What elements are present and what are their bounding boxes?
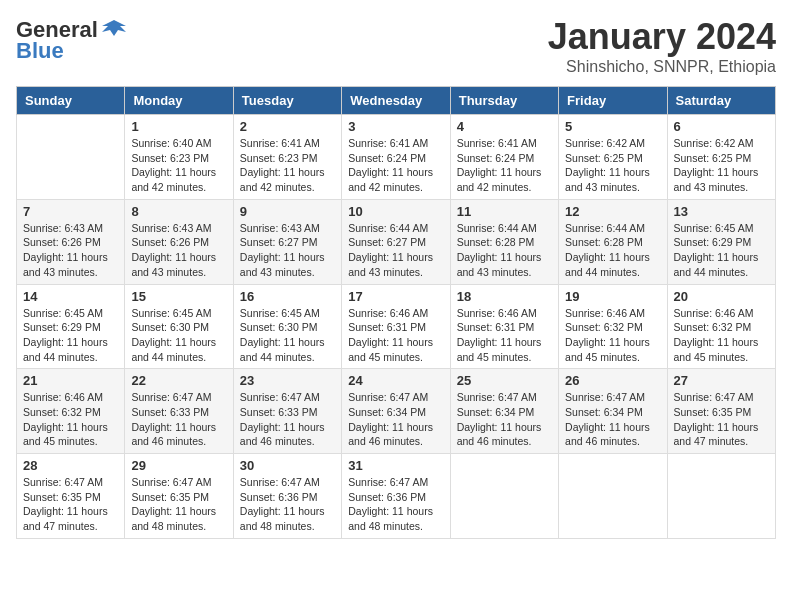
day-info: Sunrise: 6:41 AM Sunset: 6:24 PM Dayligh… [457,136,552,195]
day-info: Sunrise: 6:47 AM Sunset: 6:36 PM Dayligh… [240,475,335,534]
calendar-week-row: 7Sunrise: 6:43 AM Sunset: 6:26 PM Daylig… [17,199,776,284]
calendar-cell: 26Sunrise: 6:47 AM Sunset: 6:34 PM Dayli… [559,369,667,454]
calendar-cell: 23Sunrise: 6:47 AM Sunset: 6:33 PM Dayli… [233,369,341,454]
day-info: Sunrise: 6:47 AM Sunset: 6:35 PM Dayligh… [674,390,769,449]
weekday-header-saturday: Saturday [667,87,775,115]
location-subtitle: Shinshicho, SNNPR, Ethiopia [548,58,776,76]
day-number: 2 [240,119,335,134]
calendar-cell: 27Sunrise: 6:47 AM Sunset: 6:35 PM Dayli… [667,369,775,454]
day-number: 30 [240,458,335,473]
calendar-cell: 3Sunrise: 6:41 AM Sunset: 6:24 PM Daylig… [342,115,450,200]
day-number: 12 [565,204,660,219]
day-number: 9 [240,204,335,219]
calendar-cell [450,454,558,539]
calendar-cell: 24Sunrise: 6:47 AM Sunset: 6:34 PM Dayli… [342,369,450,454]
calendar-cell: 2Sunrise: 6:41 AM Sunset: 6:23 PM Daylig… [233,115,341,200]
day-info: Sunrise: 6:43 AM Sunset: 6:26 PM Dayligh… [23,221,118,280]
calendar-cell: 30Sunrise: 6:47 AM Sunset: 6:36 PM Dayli… [233,454,341,539]
day-number: 27 [674,373,769,388]
day-info: Sunrise: 6:47 AM Sunset: 6:33 PM Dayligh… [131,390,226,449]
day-info: Sunrise: 6:47 AM Sunset: 6:35 PM Dayligh… [23,475,118,534]
day-number: 17 [348,289,443,304]
title-section: January 2024 Shinshicho, SNNPR, Ethiopia [548,16,776,76]
calendar-cell: 1Sunrise: 6:40 AM Sunset: 6:23 PM Daylig… [125,115,233,200]
weekday-header-friday: Friday [559,87,667,115]
weekday-header-sunday: Sunday [17,87,125,115]
day-info: Sunrise: 6:40 AM Sunset: 6:23 PM Dayligh… [131,136,226,195]
logo-blue-text: Blue [16,38,64,64]
day-number: 31 [348,458,443,473]
day-number: 1 [131,119,226,134]
calendar-cell [667,454,775,539]
calendar-cell: 9Sunrise: 6:43 AM Sunset: 6:27 PM Daylig… [233,199,341,284]
day-number: 14 [23,289,118,304]
day-number: 10 [348,204,443,219]
calendar-cell: 13Sunrise: 6:45 AM Sunset: 6:29 PM Dayli… [667,199,775,284]
day-number: 24 [348,373,443,388]
logo-bird-icon [100,16,128,44]
calendar-week-row: 21Sunrise: 6:46 AM Sunset: 6:32 PM Dayli… [17,369,776,454]
calendar-cell: 18Sunrise: 6:46 AM Sunset: 6:31 PM Dayli… [450,284,558,369]
weekday-header-monday: Monday [125,87,233,115]
day-number: 18 [457,289,552,304]
day-info: Sunrise: 6:46 AM Sunset: 6:32 PM Dayligh… [565,306,660,365]
calendar-cell: 16Sunrise: 6:45 AM Sunset: 6:30 PM Dayli… [233,284,341,369]
calendar-cell: 20Sunrise: 6:46 AM Sunset: 6:32 PM Dayli… [667,284,775,369]
day-info: Sunrise: 6:42 AM Sunset: 6:25 PM Dayligh… [565,136,660,195]
page-header: General Blue January 2024 Shinshicho, SN… [16,16,776,76]
day-info: Sunrise: 6:47 AM Sunset: 6:34 PM Dayligh… [457,390,552,449]
day-number: 25 [457,373,552,388]
calendar-cell: 22Sunrise: 6:47 AM Sunset: 6:33 PM Dayli… [125,369,233,454]
day-info: Sunrise: 6:46 AM Sunset: 6:32 PM Dayligh… [674,306,769,365]
day-info: Sunrise: 6:47 AM Sunset: 6:34 PM Dayligh… [565,390,660,449]
day-info: Sunrise: 6:46 AM Sunset: 6:31 PM Dayligh… [457,306,552,365]
calendar-cell: 17Sunrise: 6:46 AM Sunset: 6:31 PM Dayli… [342,284,450,369]
calendar-cell: 5Sunrise: 6:42 AM Sunset: 6:25 PM Daylig… [559,115,667,200]
calendar-cell: 7Sunrise: 6:43 AM Sunset: 6:26 PM Daylig… [17,199,125,284]
day-number: 15 [131,289,226,304]
day-info: Sunrise: 6:44 AM Sunset: 6:28 PM Dayligh… [457,221,552,280]
day-info: Sunrise: 6:47 AM Sunset: 6:36 PM Dayligh… [348,475,443,534]
day-number: 13 [674,204,769,219]
day-info: Sunrise: 6:44 AM Sunset: 6:27 PM Dayligh… [348,221,443,280]
day-info: Sunrise: 6:44 AM Sunset: 6:28 PM Dayligh… [565,221,660,280]
day-number: 28 [23,458,118,473]
calendar-cell: 6Sunrise: 6:42 AM Sunset: 6:25 PM Daylig… [667,115,775,200]
day-number: 3 [348,119,443,134]
day-number: 20 [674,289,769,304]
calendar-cell: 12Sunrise: 6:44 AM Sunset: 6:28 PM Dayli… [559,199,667,284]
day-info: Sunrise: 6:41 AM Sunset: 6:24 PM Dayligh… [348,136,443,195]
weekday-header-tuesday: Tuesday [233,87,341,115]
day-info: Sunrise: 6:45 AM Sunset: 6:30 PM Dayligh… [240,306,335,365]
day-info: Sunrise: 6:43 AM Sunset: 6:26 PM Dayligh… [131,221,226,280]
day-info: Sunrise: 6:46 AM Sunset: 6:32 PM Dayligh… [23,390,118,449]
calendar-cell: 28Sunrise: 6:47 AM Sunset: 6:35 PM Dayli… [17,454,125,539]
day-info: Sunrise: 6:46 AM Sunset: 6:31 PM Dayligh… [348,306,443,365]
weekday-header-row: SundayMondayTuesdayWednesdayThursdayFrid… [17,87,776,115]
calendar-cell [17,115,125,200]
calendar-cell: 14Sunrise: 6:45 AM Sunset: 6:29 PM Dayli… [17,284,125,369]
day-info: Sunrise: 6:47 AM Sunset: 6:33 PM Dayligh… [240,390,335,449]
day-number: 5 [565,119,660,134]
calendar-week-row: 1Sunrise: 6:40 AM Sunset: 6:23 PM Daylig… [17,115,776,200]
weekday-header-wednesday: Wednesday [342,87,450,115]
calendar-cell: 15Sunrise: 6:45 AM Sunset: 6:30 PM Dayli… [125,284,233,369]
day-number: 29 [131,458,226,473]
day-info: Sunrise: 6:47 AM Sunset: 6:35 PM Dayligh… [131,475,226,534]
day-number: 11 [457,204,552,219]
day-number: 6 [674,119,769,134]
month-title: January 2024 [548,16,776,58]
calendar-cell: 11Sunrise: 6:44 AM Sunset: 6:28 PM Dayli… [450,199,558,284]
svg-marker-0 [102,20,126,36]
day-info: Sunrise: 6:47 AM Sunset: 6:34 PM Dayligh… [348,390,443,449]
day-info: Sunrise: 6:45 AM Sunset: 6:30 PM Dayligh… [131,306,226,365]
calendar-week-row: 28Sunrise: 6:47 AM Sunset: 6:35 PM Dayli… [17,454,776,539]
calendar-cell: 4Sunrise: 6:41 AM Sunset: 6:24 PM Daylig… [450,115,558,200]
calendar-cell: 19Sunrise: 6:46 AM Sunset: 6:32 PM Dayli… [559,284,667,369]
day-number: 7 [23,204,118,219]
calendar-cell [559,454,667,539]
day-info: Sunrise: 6:45 AM Sunset: 6:29 PM Dayligh… [23,306,118,365]
day-info: Sunrise: 6:43 AM Sunset: 6:27 PM Dayligh… [240,221,335,280]
day-number: 21 [23,373,118,388]
day-number: 23 [240,373,335,388]
